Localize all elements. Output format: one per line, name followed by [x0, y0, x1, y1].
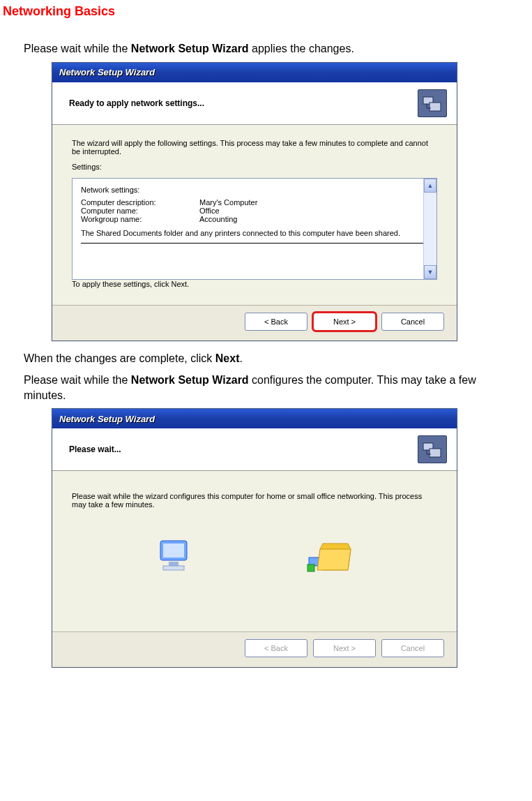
settings-row-description: Computer description: Mary's Computer — [81, 198, 428, 207]
button-bar: < Back Next > Cancel — [52, 305, 457, 340]
wizard-content: Please wait while the wizard configures … — [52, 471, 457, 631]
mid2-bold: Network Setup Wizard — [131, 374, 249, 386]
svg-rect-9 — [163, 544, 184, 557]
row-value: Mary's Computer — [199, 198, 257, 207]
network-icon — [418, 435, 447, 463]
settings-box: Network settings: Computer description: … — [72, 178, 437, 280]
cancel-button[interactable]: Cancel — [381, 313, 444, 331]
wizard-content: The wizard will apply the following sett… — [52, 125, 457, 305]
wizard-description: Please wait while the wizard configures … — [72, 492, 437, 509]
page-heading: Networking Basics — [3, 4, 532, 19]
next-label: Next > — [333, 317, 356, 326]
svg-marker-14 — [317, 549, 351, 570]
mid1-pre: When the changes are complete, click — [24, 352, 215, 364]
svg-rect-11 — [163, 566, 184, 570]
cancel-button: Cancel — [381, 639, 444, 657]
settings-row-name: Computer name: Office — [81, 207, 428, 215]
wizard-header: Please wait... — [52, 428, 457, 471]
mid1-bold: Next — [215, 352, 240, 364]
computer-icon — [155, 537, 197, 580]
settings-heading: Network settings: — [81, 186, 428, 194]
apply-note: To apply these settings, click Next. — [72, 280, 437, 288]
cancel-label: Cancel — [401, 317, 425, 326]
network-folder-icon — [306, 537, 355, 580]
wizard-wait-window: Network Setup Wizard Please wait... Plea… — [52, 408, 457, 668]
svg-rect-10 — [169, 562, 178, 566]
row-label: Workgroup name: — [81, 215, 199, 223]
wizard-header-title: Please wait... — [69, 444, 121, 454]
button-bar: < Back Next > Cancel — [52, 631, 457, 667]
shared-note: The Shared Documents folder and any prin… — [81, 229, 409, 237]
back-button: < Back — [245, 639, 307, 657]
next-label: Next > — [333, 644, 356, 652]
wizard-header: Ready to apply network settings... — [52, 82, 457, 125]
cancel-label: Cancel — [401, 644, 425, 652]
intro-pre: Please wait while the — [24, 43, 131, 54]
divider — [81, 243, 428, 244]
intro-text: Please wait while the Network Setup Wiza… — [24, 41, 484, 57]
back-label: < Back — [264, 644, 288, 652]
settings-row-workgroup: Workgroup name: Accounting — [81, 215, 428, 223]
row-label: Computer name: — [81, 207, 199, 215]
titlebar: Network Setup Wizard — [52, 409, 457, 428]
intro-post: applies the changes. — [249, 43, 354, 54]
back-button[interactable]: < Back — [245, 313, 307, 331]
scroll-up-icon[interactable]: ▲ — [424, 179, 436, 193]
window-title: Network Setup Wizard — [59, 67, 155, 77]
wait-illustration — [72, 516, 437, 622]
intro-bold: Network Setup Wizard — [131, 43, 249, 54]
window-title: Network Setup Wizard — [59, 414, 155, 424]
mid-text-1: When the changes are complete, click Nex… — [24, 351, 484, 366]
network-icon — [418, 89, 447, 117]
back-label: < Back — [264, 317, 288, 326]
scrollbar[interactable]: ▲ ▼ — [423, 179, 436, 279]
row-label: Computer description: — [81, 198, 199, 207]
wizard-header-title: Ready to apply network settings... — [69, 98, 204, 108]
row-value: Office — [199, 207, 220, 215]
wizard-ready-window: Network Setup Wizard Ready to apply netw… — [52, 62, 457, 341]
svg-rect-5 — [430, 449, 441, 457]
mid1-post: . — [240, 352, 243, 364]
next-button: Next > — [313, 639, 376, 657]
row-value: Accounting — [199, 215, 237, 223]
wizard-description: The wizard will apply the following sett… — [72, 139, 437, 156]
mid-text-2: Please wait while the Network Setup Wiza… — [24, 373, 484, 403]
titlebar: Network Setup Wizard — [52, 63, 457, 82]
svg-rect-15 — [307, 564, 314, 571]
next-button[interactable]: Next > — [313, 313, 376, 331]
mid2-pre: Please wait while the — [24, 374, 131, 386]
settings-label: Settings: — [72, 163, 437, 171]
svg-rect-1 — [430, 103, 441, 111]
scroll-down-icon[interactable]: ▼ — [424, 265, 436, 279]
